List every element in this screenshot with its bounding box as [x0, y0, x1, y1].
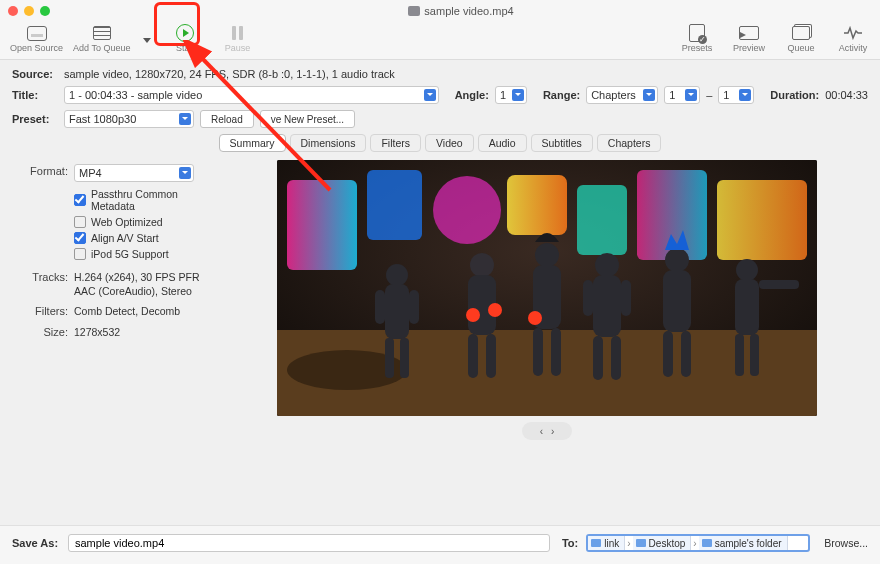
preview-button[interactable]: Preview — [728, 24, 770, 53]
pause-button: Pause — [216, 24, 258, 53]
filters-label: Filters: — [24, 304, 68, 317]
size-label: Size: — [24, 325, 68, 338]
preset-label: Preset: — [12, 113, 58, 125]
queue-button[interactable]: Queue — [780, 24, 822, 53]
path-crumb-0: link — [588, 536, 625, 550]
svg-rect-32 — [583, 280, 593, 316]
pause-icon — [226, 24, 248, 42]
play-icon — [174, 24, 196, 42]
svg-rect-29 — [593, 275, 621, 337]
titlebar: sample video.mp4 — [0, 0, 880, 22]
svg-rect-8 — [717, 180, 807, 260]
align-av-option[interactable]: Align A/V Start — [74, 232, 224, 244]
svg-rect-12 — [385, 284, 409, 339]
save-as-input[interactable] — [68, 534, 550, 552]
activity-button[interactable]: Activity — [832, 24, 874, 53]
svg-rect-25 — [533, 328, 543, 376]
svg-point-4 — [433, 176, 501, 244]
format-label: Format: — [24, 164, 68, 177]
source-label: Source: — [12, 68, 58, 80]
size-value: 1278x532 — [74, 325, 120, 339]
tracks-value: H.264 (x264), 30 FPS PFR AAC (CoreAudio)… — [74, 270, 199, 298]
video-preview — [277, 160, 817, 416]
tab-video[interactable]: Video — [425, 134, 474, 152]
start-label: Start — [176, 43, 195, 53]
range-from-select[interactable]: 1 — [664, 86, 700, 104]
svg-point-38 — [736, 259, 758, 281]
ipod-checkbox[interactable] — [74, 248, 86, 260]
add-to-queue-menu[interactable] — [140, 24, 154, 53]
open-source-icon — [26, 24, 48, 42]
save-new-preset-button[interactable]: ve New Preset... — [260, 110, 355, 128]
svg-rect-19 — [468, 334, 478, 378]
add-to-queue-icon — [91, 24, 113, 42]
open-source-button[interactable]: Open Source — [10, 24, 63, 53]
open-source-label: Open Source — [10, 43, 63, 53]
web-optimized-option[interactable]: Web Optimized — [74, 216, 224, 228]
svg-rect-13 — [385, 338, 394, 378]
minimize-window[interactable] — [24, 6, 34, 16]
svg-rect-16 — [409, 290, 419, 324]
svg-rect-40 — [735, 334, 744, 376]
title-select[interactable]: 1 - 00:04:33 - sample video — [64, 86, 439, 104]
presets-icon — [686, 24, 708, 42]
passthru-checkbox[interactable] — [74, 194, 86, 206]
path-crumb-2: sample's folder — [699, 536, 788, 550]
destination-path[interactable]: link› Desktop› sample's folder — [586, 534, 810, 552]
svg-rect-39 — [735, 279, 759, 335]
save-as-label: Save As: — [12, 537, 60, 549]
tab-dimensions[interactable]: Dimensions — [290, 134, 367, 152]
tabs: Summary Dimensions Filters Video Audio S… — [12, 134, 868, 152]
tab-subtitles[interactable]: Subtitles — [531, 134, 593, 152]
window-controls[interactable] — [8, 6, 50, 16]
presets-label: Presets — [682, 43, 713, 53]
preview-icon — [738, 24, 760, 42]
svg-rect-2 — [287, 180, 357, 270]
start-button[interactable]: Start — [164, 24, 206, 53]
chevron-down-icon — [143, 38, 151, 43]
reload-button[interactable]: Reload — [200, 110, 254, 128]
ipod-option[interactable]: iPod 5G Support — [74, 248, 224, 260]
svg-rect-3 — [367, 170, 422, 240]
svg-point-17 — [470, 253, 494, 277]
range-mode-select[interactable]: Chapters — [586, 86, 658, 104]
preview-nav: ‹ › — [522, 422, 572, 440]
svg-rect-20 — [486, 334, 496, 378]
svg-point-11 — [386, 264, 408, 286]
close-window[interactable] — [8, 6, 18, 16]
web-optimized-checkbox[interactable] — [74, 216, 86, 228]
preset-select[interactable]: Fast 1080p30 — [64, 110, 194, 128]
title-label: Title: — [12, 89, 58, 101]
tracks-label: Tracks: — [24, 270, 68, 283]
svg-point-34 — [665, 248, 689, 272]
duration-label: Duration: — [770, 89, 819, 101]
align-av-checkbox[interactable] — [74, 232, 86, 244]
svg-point-28 — [595, 253, 619, 277]
folder-icon — [591, 539, 601, 547]
footer: Save As: To: link› Desktop› sample's fol… — [0, 525, 880, 564]
preview-next[interactable]: › — [551, 426, 554, 437]
preview-label: Preview — [733, 43, 765, 53]
passthru-option[interactable]: Passthru Common Metadata — [74, 188, 224, 212]
zoom-window[interactable] — [40, 6, 50, 16]
range-label: Range: — [543, 89, 580, 101]
duration-value: 00:04:33 — [825, 89, 868, 101]
tab-chapters[interactable]: Chapters — [597, 134, 662, 152]
browse-button[interactable]: Browse... — [824, 537, 868, 549]
svg-rect-26 — [551, 328, 561, 376]
svg-rect-5 — [507, 175, 567, 235]
svg-rect-35 — [663, 270, 691, 332]
tab-summary[interactable]: Summary — [219, 134, 286, 152]
folder-icon — [702, 539, 712, 547]
folder-icon — [636, 539, 646, 547]
add-to-queue-button[interactable]: Add To Queue — [73, 24, 130, 53]
toolbar: Open Source Add To Queue Start Pause Pre… — [0, 22, 880, 60]
format-select[interactable]: MP4 — [74, 164, 194, 182]
tab-filters[interactable]: Filters — [370, 134, 421, 152]
tab-audio[interactable]: Audio — [478, 134, 527, 152]
preview-prev[interactable]: ‹ — [540, 426, 543, 437]
range-to-select[interactable]: 1 — [718, 86, 754, 104]
config-panel: Source: sample video, 1280x720, 24 FPS, … — [0, 60, 880, 440]
angle-select[interactable]: 1 — [495, 86, 527, 104]
presets-button[interactable]: Presets — [676, 24, 718, 53]
